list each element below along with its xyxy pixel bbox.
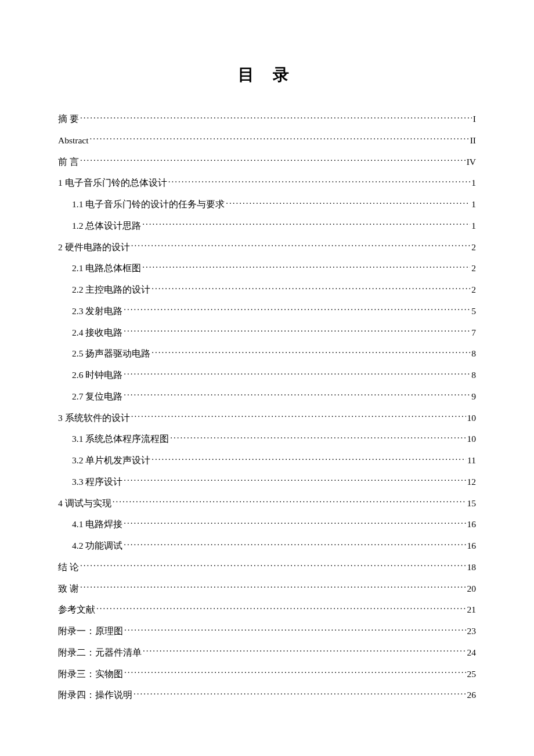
toc-entry-page: 9 [471,390,476,403]
toc-entry-page: 21 [467,603,477,616]
toc-leader-dots [170,433,466,442]
toc-entry: 摘 要I [58,112,476,125]
toc-entry: 1.1 电子音乐门铃的设计的任务与要求1 [58,197,476,211]
toc-entry-page: 23 [467,624,477,638]
toc-entry-page: 8 [471,347,476,360]
toc-entry-page: 11 [467,453,476,467]
toc-entry-label: 摘 要 [58,112,79,125]
toc-entry: 4.2 功能调试16 [58,539,476,552]
toc-entry: 2.4 接收电路7 [58,326,476,339]
toc-entry-page: 16 [467,517,477,531]
toc-entry: 4.1 电路焊接16 [58,517,476,531]
toc-leader-dots [168,177,471,186]
toc-entry: 结 论18 [58,560,476,574]
toc-leader-dots [96,604,466,613]
toc-leader-dots [151,455,466,464]
toc-entry-page: II [470,134,476,147]
toc-leader-dots [124,305,470,314]
toc-entry: 2.1 电路总体框图2 [58,261,476,275]
toc-entry-label: 2 硬件电路的设计 [58,240,130,254]
toc-entry-label: 3 系统软件的设计 [58,411,130,424]
toc-entry: 2.2 主控电路的设计2 [58,283,476,296]
toc-leader-dots [134,689,466,699]
toc-entry-label: 2.3 发射电路 [72,304,122,318]
toc-entry: 致 谢20 [58,582,476,595]
toc-entry-page: 20 [467,582,477,595]
toc-entry: 附录一：原理图23 [58,624,476,638]
toc-entry: 2.3 发射电路5 [58,304,476,318]
table-of-contents: 摘 要IAbstractII前 言IV1 电子音乐门铃的总体设计11.1 电子音… [58,112,476,702]
toc-leader-dots [142,219,470,229]
toc-entry-label: 2.1 电路总体框图 [72,261,141,275]
toc-entry-page: 2 [471,261,476,275]
toc-entry: 3.2 单片机发声设计11 [58,453,476,467]
toc-entry-page: 1 [471,197,476,211]
toc-entry: 附录三：实物图25 [58,667,476,681]
toc-entry-label: 2.2 主控电路的设计 [72,283,150,296]
toc-entry-label: 4.2 功能调试 [72,539,122,552]
toc-entry-label: 附录一：原理图 [58,624,123,638]
toc-entry-label: 附录三：实物图 [58,667,123,681]
toc-entry-page: 5 [471,304,476,318]
toc-entry: 2.5 扬声器驱动电路8 [58,347,476,360]
toc-leader-dots [151,284,470,293]
toc-entry: 参考文献21 [58,603,476,616]
toc-entry-label: 2.6 时钟电路 [72,368,122,381]
toc-entry: 2.6 时钟电路8 [58,368,476,381]
toc-entry-page: 26 [467,688,477,701]
toc-entry-label: 前 言 [58,155,79,168]
toc-entry-label: 1.2 总体设计思路 [72,219,141,232]
toc-entry-label: 4.1 电路焊接 [72,517,122,531]
toc-entry: AbstractII [58,134,476,147]
toc-entry-label: 3.1 系统总体程序流程图 [72,432,169,445]
toc-leader-dots [131,412,466,421]
toc-leader-dots [80,582,466,592]
toc-entry-page: 18 [467,560,477,574]
toc-entry-page: I [473,112,476,125]
toc-entry-page: 10 [467,411,477,424]
toc-entry: 4 调试与实现15 [58,496,476,510]
toc-entry-label: 1 电子音乐门铃的总体设计 [58,176,167,189]
toc-entry: 3.3 程序设计12 [58,475,476,488]
toc-entry-page: 10 [467,432,477,445]
toc-entry-label: 参考文献 [58,603,95,616]
toc-leader-dots [124,668,466,677]
page-title: 目 录 [58,64,476,86]
toc-entry-label: Abstract [58,134,89,147]
toc-leader-dots [113,497,466,506]
toc-entry-label: 2.4 接收电路 [72,326,122,339]
toc-entry: 3.1 系统总体程序流程图10 [58,432,476,445]
toc-entry-page: 2 [471,240,476,254]
toc-entry-label: 1.1 电子音乐门铃的设计的任务与要求 [72,197,225,211]
toc-entry-label: 3.2 单片机发声设计 [72,453,150,467]
toc-entry-page: 1 [471,219,476,232]
toc-leader-dots [151,348,470,357]
toc-entry-page: 15 [467,496,477,510]
toc-leader-dots [90,134,469,143]
toc-entry-label: 4 调试与实现 [58,496,111,510]
toc-entry: 2.7 复位电路9 [58,390,476,403]
toc-leader-dots [124,540,466,549]
toc-leader-dots [80,561,466,570]
toc-entry-page: 12 [467,475,477,488]
toc-entry-page: 2 [471,283,476,296]
toc-leader-dots [124,625,466,635]
toc-entry-page: IV [467,155,476,168]
toc-entry-label: 2.7 复位电路 [72,390,122,403]
toc-leader-dots [142,262,470,272]
toc-entry-label: 附录四：操作说明 [58,688,132,701]
toc-entry-page: 8 [471,368,476,381]
toc-entry-page: 16 [467,539,477,552]
toc-entry-page: 7 [471,326,476,339]
toc-entry-label: 3.3 程序设计 [72,475,122,488]
toc-entry: 附录四：操作说明26 [58,688,476,701]
toc-entry: 前 言IV [58,155,476,168]
toc-leader-dots [80,113,472,123]
toc-entry-page: 24 [467,646,477,659]
toc-entry-label: 致 谢 [58,582,79,595]
toc-entry: 附录二：元器件清单24 [58,646,476,659]
toc-entry: 1 电子音乐门铃的总体设计1 [58,176,476,189]
toc-entry-page: 1 [471,176,476,189]
toc-entry: 3 系统软件的设计10 [58,411,476,424]
toc-entry: 2 硬件电路的设计2 [58,240,476,254]
